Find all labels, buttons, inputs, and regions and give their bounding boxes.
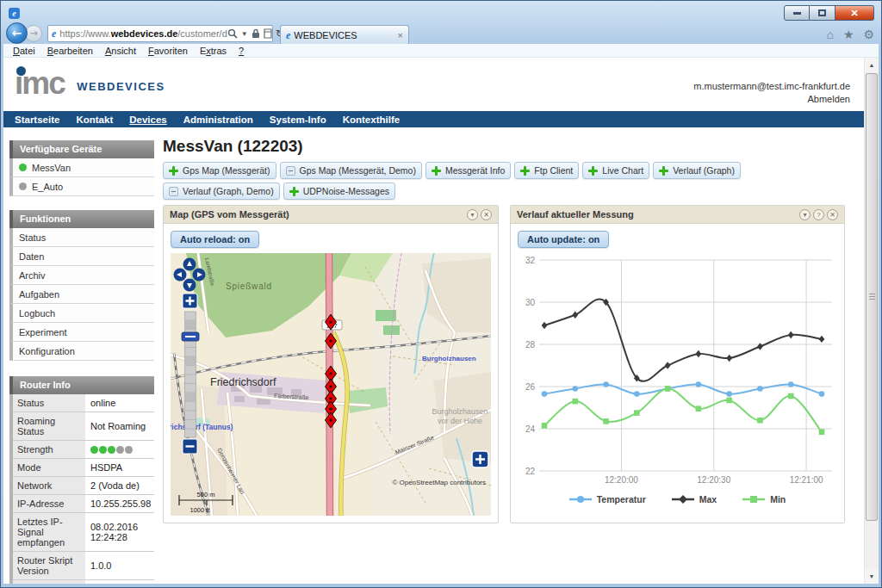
logout-link[interactable]: Abmelden bbox=[693, 93, 850, 106]
sidebar-item-e-auto[interactable]: E_Auto bbox=[9, 177, 154, 196]
menu-ansicht[interactable]: Ansicht bbox=[99, 46, 142, 56]
help-icon[interactable]: ? bbox=[813, 209, 824, 220]
scroll-up-arrow[interactable]: ▲ bbox=[865, 58, 879, 72]
minus-icon bbox=[169, 187, 178, 196]
nav-devices[interactable]: Devices bbox=[129, 115, 166, 125]
auto-reload-button[interactable]: Auto reload: on bbox=[171, 231, 259, 248]
imc-logo: imc WEBDEVICES bbox=[15, 61, 165, 106]
sidebar-item-daten[interactable]: Daten bbox=[9, 247, 154, 266]
nav-kontakt[interactable]: Kontakt bbox=[76, 115, 113, 125]
svg-text:22: 22 bbox=[525, 467, 536, 476]
menu-favoriten[interactable]: Favoriten bbox=[142, 46, 194, 56]
gps-map-button[interactable]: Gps Map (Messgerät) bbox=[163, 162, 276, 179]
signal-dot bbox=[125, 446, 133, 454]
zoom-in-button[interactable] bbox=[183, 294, 197, 308]
minus-icon bbox=[286, 166, 295, 176]
main-content: MessVan (122203) Gps Map (Messgerät) Gps… bbox=[163, 137, 849, 523]
nav-administration[interactable]: Administration bbox=[183, 115, 253, 125]
svg-text:26: 26 bbox=[525, 382, 536, 392]
auto-update-button[interactable]: Auto update: on bbox=[518, 231, 609, 248]
close-panel-icon[interactable]: ✕ bbox=[481, 209, 492, 220]
main-navigation: Startseite Kontakt Devices Administratio… bbox=[3, 111, 864, 127]
tab-close-icon[interactable]: × bbox=[398, 30, 403, 40]
page-header: imc WEBDEVICES m.mustermann@test.imc-fra… bbox=[3, 58, 864, 111]
sidebar-item-logbuch[interactable]: Logbuch bbox=[9, 304, 154, 323]
measurement-line-chart: 22242628303212:20:0012:20:3012:21:00 bbox=[518, 253, 837, 492]
temperatur-marker-icon bbox=[569, 494, 592, 504]
messgeraet-info-button[interactable]: Messgerät Info bbox=[425, 162, 511, 179]
collapse-icon[interactable]: ▾ bbox=[467, 209, 478, 220]
minimize-button[interactable] bbox=[784, 5, 810, 21]
map-overlay-add-button[interactable] bbox=[472, 451, 488, 467]
svg-text:30: 30 bbox=[525, 298, 536, 307]
close-button[interactable]: ✕ bbox=[835, 5, 874, 21]
signal-dot bbox=[90, 446, 98, 454]
plus-icon bbox=[432, 166, 441, 176]
home-icon[interactable]: ⌂ bbox=[826, 28, 833, 41]
vertical-scrollbar[interactable]: ▲ ▼ bbox=[864, 58, 879, 584]
menu-bearbeiten[interactable]: Bearbeiten bbox=[41, 46, 99, 56]
favorites-star-icon[interactable]: ★ bbox=[843, 28, 854, 41]
ie-favicon: e bbox=[52, 28, 56, 39]
udpnoise-messages-button[interactable]: UDPNoise-Messages bbox=[283, 183, 395, 200]
search-icon[interactable] bbox=[227, 28, 238, 39]
browser-tab[interactable]: e WEBDEVICES × bbox=[280, 25, 409, 44]
scroll-down-arrow[interactable]: ▼ bbox=[865, 569, 879, 584]
nav-system-info[interactable]: System-Info bbox=[270, 115, 326, 125]
menu-extras[interactable]: Extras bbox=[194, 46, 233, 56]
ftp-client-button[interactable]: Ftp Client bbox=[514, 162, 579, 179]
status-dot-offline bbox=[19, 183, 27, 190]
forward-button[interactable]: → bbox=[25, 25, 42, 42]
chart-panel: Verlauf aktueller Messung ▾ ? ✕ Auto upd… bbox=[510, 205, 845, 523]
settings-gear-icon[interactable]: ⚙ bbox=[863, 28, 874, 41]
min-marker-icon bbox=[742, 494, 765, 504]
chart-legend: Temperatur Max Min bbox=[518, 494, 837, 504]
sidebar-item-experiment[interactable]: Experiment bbox=[9, 323, 154, 342]
table-row: Strength bbox=[13, 441, 154, 459]
map-panel-title: Map (GPS vom Messgerät) bbox=[170, 209, 289, 220]
address-bar[interactable]: e https://www.webdevices.de/customer/d ▼… bbox=[47, 25, 273, 42]
verlauf-graph-demo-button[interactable]: Verlauf (Graph, Demo) bbox=[163, 183, 280, 200]
sidebar-item-aufgaben[interactable]: Aufgaben bbox=[9, 285, 154, 304]
legend-item-max: Max bbox=[672, 494, 717, 504]
close-panel-icon[interactable]: ✕ bbox=[827, 209, 838, 220]
devices-section-header: Verfügbare Geräte bbox=[9, 140, 154, 158]
table-row: Letztes IP-Signal empfangen08.02.2016 12… bbox=[13, 513, 154, 552]
table-row: Router-StandortAnzeigen bbox=[13, 580, 154, 584]
plus-icon bbox=[169, 166, 178, 176]
verlauf-graph-button[interactable]: Verlauf (Graph) bbox=[653, 162, 741, 179]
tab-title: WEBDEVICES bbox=[294, 30, 357, 40]
signal-dot bbox=[108, 446, 115, 454]
menu-help[interactable]: ? bbox=[233, 46, 250, 56]
sidebar-item-messvan[interactable]: MessVan bbox=[9, 158, 154, 177]
compatibility-icon[interactable] bbox=[264, 28, 272, 39]
url-path: /customer/d bbox=[177, 28, 227, 39]
collapse-icon[interactable]: ▾ bbox=[799, 209, 811, 220]
page-viewport: imc WEBDEVICES m.mustermann@test.imc-fra… bbox=[3, 58, 879, 584]
nav-kontexthilfe[interactable]: Kontexthilfe bbox=[343, 115, 400, 125]
chevron-down-icon[interactable]: ▼ bbox=[241, 30, 248, 38]
svg-text:12:21:00: 12:21:00 bbox=[790, 475, 823, 485]
signal-strength-indicator bbox=[85, 441, 154, 458]
sidebar-item-status[interactable]: Status bbox=[9, 228, 154, 247]
page-title: MessVan (122203) bbox=[163, 137, 849, 156]
town-label-blue: Burgholzhausen bbox=[422, 355, 476, 362]
sidebar-item-konfiguration[interactable]: Konfiguration bbox=[9, 342, 154, 361]
logo-wordmark: WEBDEVICES bbox=[77, 80, 165, 93]
gps-map[interactable]: 257 bbox=[171, 253, 491, 516]
nav-startseite[interactable]: Startseite bbox=[15, 115, 59, 125]
town-label: Friedrichsdorf bbox=[210, 376, 276, 388]
zoom-out-button[interactable] bbox=[183, 439, 197, 454]
sidebar-item-archiv[interactable]: Archiv bbox=[9, 266, 154, 285]
sidebar: Verfügbare Geräte MessVan E_Auto Funktio… bbox=[9, 140, 154, 584]
scrollbar-thumb[interactable] bbox=[866, 73, 878, 521]
menu-datei[interactable]: Datei bbox=[7, 46, 41, 56]
back-button[interactable]: ← bbox=[6, 22, 28, 44]
svg-text:24: 24 bbox=[525, 424, 536, 434]
map-panel: Map (GPS vom Messgerät) ▾ ✕ Auto reload:… bbox=[163, 205, 499, 523]
map-panel-header: Map (GPS vom Messgerät) ▾ ✕ bbox=[164, 206, 498, 224]
legend-item-min: Min bbox=[742, 494, 786, 504]
gps-map-demo-button[interactable]: Gps Map (Messgerät, Demo) bbox=[280, 162, 422, 179]
live-chart-button[interactable]: Live Chart bbox=[582, 162, 649, 179]
maximize-button[interactable] bbox=[810, 5, 835, 21]
